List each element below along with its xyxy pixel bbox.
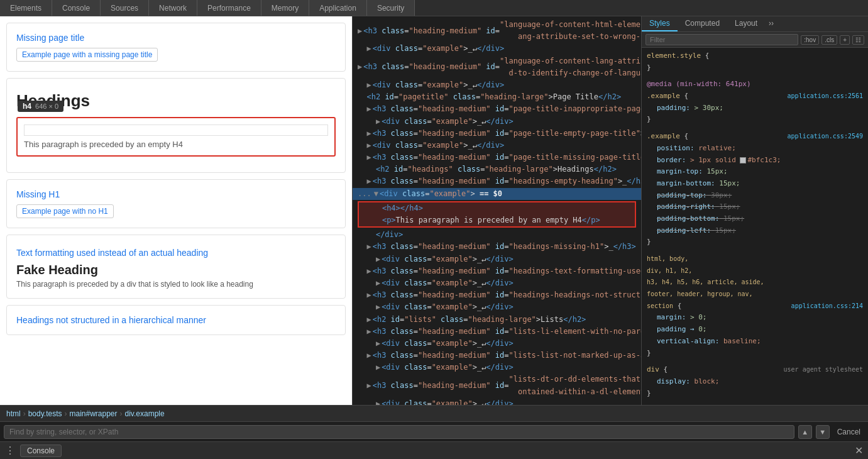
expand-icon[interactable]: ▶: [366, 79, 371, 91]
css-property-margin: margin: > 0;: [647, 312, 863, 324]
search-input[interactable]: [4, 425, 794, 439]
filter-icon-btn[interactable]: ☷: [852, 35, 864, 45]
toolbar-tab-network[interactable]: Network: [149, 0, 197, 16]
fake-heading-link[interactable]: Text formatting used instead of an actua…: [16, 248, 336, 258]
expand-icon[interactable]: ▶: [376, 277, 380, 289]
styles-tabs: Styles Computed Layout ››: [642, 16, 868, 32]
expand-icon[interactable]: ▼: [374, 188, 378, 200]
styles-tab-more[interactable]: ››: [765, 16, 777, 31]
html-line: </div>: [353, 229, 641, 241]
html-line: ▶ <div class="example">_↵</div>: [353, 116, 641, 128]
html-line: ▶ <div class="example">_↵</div>: [353, 140, 641, 152]
html-line: <h2 id="headings" class="heading-large">…: [353, 163, 641, 175]
filter-cls-btn[interactable]: .cls: [821, 35, 837, 45]
expand-icon[interactable]: ▶: [366, 350, 371, 362]
html-line: ▶ <div class="example">_↵</div>: [353, 43, 641, 55]
css-property-padding-right: padding-right: 15px;: [647, 201, 863, 213]
tab-styles[interactable]: Styles: [642, 16, 678, 31]
toolbar-tab-security[interactable]: Security: [367, 0, 415, 16]
styles-filter-input[interactable]: [646, 34, 798, 45]
hierarchical-card: Headings not structured in a hierarchica…: [6, 305, 346, 335]
expand-icon[interactable]: ▶: [376, 116, 380, 128]
breadcrumb-main-wrapper[interactable]: main#wrapper: [69, 409, 117, 418]
top-toolbar: Elements Console Sources Network Perform…: [0, 0, 868, 16]
expand-icon[interactable]: ▶: [376, 398, 380, 405]
html-line: ▶ <div class="example">_↵</div>: [353, 338, 641, 350]
expand-icon[interactable]: ▶: [376, 362, 380, 373]
css-source[interactable]: application.css:2549: [788, 131, 863, 141]
css-rule-example-2561: @media (min-width: 641px) .example { app…: [647, 79, 863, 126]
toolbar-tab-performance[interactable]: Performance: [197, 0, 261, 16]
expand-icon[interactable]: ▶: [366, 380, 371, 392]
console-close-btn[interactable]: ✕: [855, 445, 863, 456]
filter-hov-btn[interactable]: :hov: [801, 35, 819, 45]
html-line-selected[interactable]: ... ▼ <div class="example"> == $0: [353, 188, 641, 200]
search-bar: ▲ ▼ Cancel: [0, 421, 868, 441]
tab-computed[interactable]: Computed: [678, 16, 727, 31]
toolbar-tab-elements[interactable]: Elements: [0, 0, 52, 16]
missing-h1-example-link[interactable]: Example page with no H1: [16, 204, 114, 218]
expand-icon[interactable]: ▶: [358, 25, 362, 37]
expand-icon[interactable]: ▶: [366, 241, 371, 253]
dollar-zero-marker: == $0: [480, 188, 502, 200]
html-line: ▶ <div class="example">_↵</div>: [353, 362, 641, 373]
css-selector-line: html, body,div, h1, h2,h3, h4, h5, h6, a…: [647, 253, 863, 312]
search-cancel-btn[interactable]: Cancel: [833, 426, 864, 438]
expand-icon[interactable]: ▶: [376, 301, 380, 313]
css-property-position: position: relative;: [647, 143, 863, 155]
css-media-query: @media (min-width: 641px): [647, 79, 863, 91]
filter-add-btn[interactable]: +: [840, 35, 850, 45]
css-selector-line: .example { application.css:2549: [647, 131, 863, 143]
search-down-btn[interactable]: ▼: [816, 425, 830, 439]
expand-icon[interactable]: ▶: [366, 289, 371, 301]
missing-h1-link[interactable]: Missing H1: [16, 189, 336, 199]
missing-page-title-example-link[interactable]: Example page with a missing page title: [16, 48, 158, 62]
expand-icon[interactable]: ▶: [376, 253, 380, 265]
expand-icon[interactable]: ▶: [366, 314, 371, 326]
console-dots-btn[interactable]: ⋮: [5, 445, 15, 456]
toolbar-tab-application[interactable]: Application: [309, 0, 367, 16]
breadcrumb-body-tests[interactable]: body.tests: [28, 409, 62, 418]
html-line-p: <p>This paragraph is preceded by an empt…: [359, 214, 635, 226]
toolbar-tab-sources[interactable]: Sources: [101, 0, 149, 16]
css-source[interactable]: application.css:214: [791, 301, 863, 311]
html-styles-section: ▶ <h3 class="heading-medium" id="languag…: [352, 16, 868, 405]
tab-layout[interactable]: Layout: [727, 16, 765, 31]
toolbar-tab-memory[interactable]: Memory: [261, 0, 309, 16]
expand-icon[interactable]: ▶: [366, 103, 371, 115]
expand-icon[interactable]: ▶: [366, 175, 371, 187]
expand-icon[interactable]: ▶: [366, 326, 371, 338]
html-line: ▶ <h3 class="heading-medium" id="heading…: [353, 289, 641, 301]
h4-empty-box: [24, 124, 328, 136]
html-line: ▶ <div class="example">_↵</div>: [353, 398, 641, 405]
fake-heading-title: Fake Heading: [16, 263, 336, 277]
console-tab-btn[interactable]: Console: [20, 445, 62, 457]
styles-filter-bar: :hov .cls + ☷: [642, 32, 868, 48]
expand-icon[interactable]: ▶: [366, 43, 371, 55]
html-line: ▶ <h3 class="heading-medium" id="languag…: [353, 19, 641, 43]
expand-icon[interactable]: ▶: [366, 128, 371, 140]
expand-icon[interactable]: ▶: [358, 61, 362, 73]
breadcrumb-sep-3: ›: [120, 409, 123, 418]
css-source[interactable]: application.css:2561: [788, 91, 863, 101]
css-source-ua: user agent stylesheet: [784, 364, 863, 375]
html-source-pane: ▶ <h3 class="heading-medium" id="languag…: [352, 16, 642, 405]
breadcrumb-html[interactable]: html: [6, 409, 21, 418]
toolbar-tab-console[interactable]: Console: [52, 0, 101, 16]
expand-icon[interactable]: ▶: [376, 338, 380, 350]
html-line: ▶ <h3 class="heading-medium" id="page-ti…: [353, 152, 641, 163]
expand-icon[interactable]: ▶: [366, 140, 371, 152]
expand-icon[interactable]: ▶: [366, 152, 371, 163]
expand-icon[interactable]: ▶: [366, 265, 371, 277]
breadcrumb-div-example[interactable]: div.example: [125, 409, 165, 418]
html-line: ▶ <h3 class="heading-medium" id="lists-l…: [353, 326, 641, 338]
h4-empty-wrapper: h4 646 × 0 This paragraph is preceded by…: [16, 117, 336, 157]
search-up-btn[interactable]: ▲: [798, 425, 812, 439]
fake-heading-section: Text formatting used instead of an actua…: [16, 248, 336, 289]
missing-page-title-link[interactable]: Missing page title: [16, 33, 336, 43]
css-rule-example-2549: .example { application.css:2549 position…: [647, 131, 863, 248]
styles-content: element.style { } @media (min-width: 641…: [642, 48, 868, 405]
hierarchical-link[interactable]: Headings not structured in a hierarchica…: [16, 315, 336, 325]
css-closing: }: [647, 114, 863, 126]
breadcrumb-sep-1: ›: [23, 409, 26, 418]
